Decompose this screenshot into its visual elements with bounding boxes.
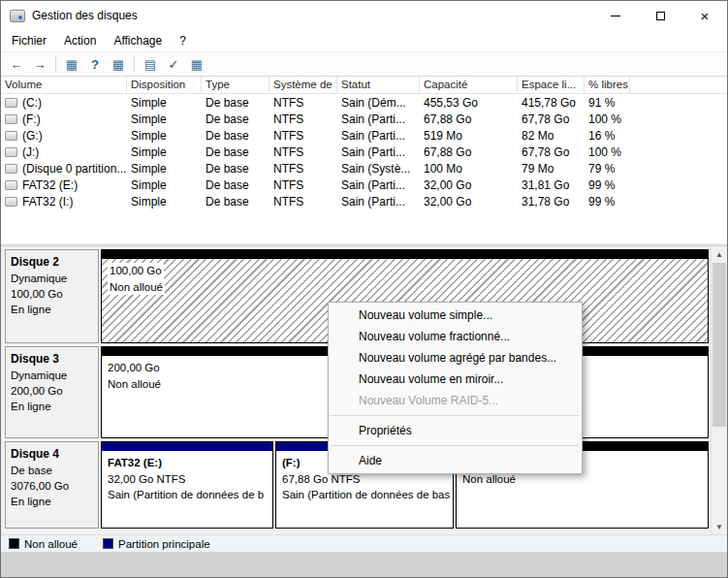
disk-type: Dynamique: [11, 271, 93, 286]
cell-capacite: 67,88 Go: [420, 145, 518, 159]
volume-list: Volume Disposition Type Système de ... S…: [1, 77, 727, 245]
cell-statut: Sain (Parti...: [337, 178, 420, 192]
maximize-icon: [656, 12, 665, 20]
cell-type: De base: [202, 178, 269, 192]
menu-item-aide[interactable]: Aide: [329, 450, 582, 471]
help-icon[interactable]: ?: [84, 54, 106, 74]
export-list-icon[interactable]: ▦: [108, 54, 129, 74]
cell-type: De base: [202, 162, 269, 176]
volume-row[interactable]: (C:) Simple De base NTFS Sain (Dém... 45…: [1, 94, 727, 111]
volume-row[interactable]: (J:) Simple De base NTFS Sain (Parti... …: [1, 144, 727, 160]
menu-item-nouveau-volume-simple[interactable]: Nouveau volume simple...: [329, 305, 582, 326]
menu-item-nouveau-volume-miroir[interactable]: Nouveau volume en miroir...: [329, 369, 582, 390]
disk-info-disque-2[interactable]: Disque 2 Dynamique 100,00 Go En ligne: [5, 249, 99, 343]
disk-status: En ligne: [11, 302, 93, 317]
toolbar: ← → ▦ ? ▦ ▤ ✓ ▦: [1, 51, 727, 77]
disk-status: En ligne: [11, 494, 93, 509]
toolbar-separator: [55, 56, 56, 72]
cell-filesystem: NTFS: [269, 96, 337, 110]
menu-action[interactable]: Action: [55, 31, 105, 50]
cell-filesystem: NTFS: [269, 112, 337, 126]
col-type[interactable]: Type: [202, 77, 269, 93]
disk-name: Disque 2: [11, 254, 93, 271]
toolbar-separator: [134, 56, 135, 72]
volume-name: (G:): [22, 129, 43, 143]
cell-capacite: 519 Mo: [420, 129, 518, 143]
cell-pct-libres: 91 %: [585, 96, 630, 110]
volume-row[interactable]: (G:) Simple De base NTFS Sain (Parti... …: [1, 127, 727, 144]
col-capacite[interactable]: Capacité: [420, 77, 518, 93]
partition-fat32-e[interactable]: FAT32 (E:) 32,00 Go NTFS Sain (Partition…: [101, 441, 273, 529]
menu-item-nouveau-volume-agrege-bandes[interactable]: Nouveau volume agrégé par bandes...: [329, 347, 582, 369]
col-espace-libre[interactable]: Espace li...: [518, 77, 585, 93]
volume-icon: [5, 180, 17, 190]
partition-status: Non alloué: [108, 279, 165, 296]
forward-icon[interactable]: →: [29, 54, 50, 74]
cell-disposition: Simple: [127, 129, 202, 143]
cell-type: De base: [202, 145, 269, 159]
cell-disposition: Simple: [127, 96, 202, 110]
partition-status: Sain (Partition de données de bas: [282, 487, 447, 503]
vertical-scrollbar[interactable]: ▲ ▼: [711, 246, 727, 534]
menu-affichage[interactable]: Affichage: [105, 31, 171, 50]
disk-size: 200,00 Go: [11, 383, 93, 399]
cell-pct-libres: 99 %: [585, 195, 630, 209]
disk-size: 100,00 Go: [11, 286, 93, 302]
menu-fichier[interactable]: Fichier: [3, 31, 55, 50]
maximize-button[interactable]: [638, 1, 682, 30]
col-disposition[interactable]: Disposition: [127, 77, 202, 93]
header-filler: [630, 77, 727, 93]
scrollbar-thumb[interactable]: [712, 263, 726, 427]
menu-item-nouveau-volume-raid5: Nouveau Volume RAID-5...: [329, 390, 582, 411]
volume-table-header: Volume Disposition Type Système de ... S…: [1, 77, 727, 94]
volume-name: (F:): [22, 112, 41, 126]
col-systeme[interactable]: Système de ...: [269, 77, 337, 93]
action-pane-icon[interactable]: ▤: [140, 54, 161, 74]
volume-name: (Disque 0 partition...: [22, 162, 126, 176]
cell-volume: (F:): [1, 112, 127, 126]
cell-filesystem: NTFS: [269, 162, 337, 176]
disk-type: Dynamique: [11, 368, 93, 383]
console-tree-icon[interactable]: ▦: [61, 54, 82, 74]
partition-label: FAT32 (E:): [108, 455, 267, 471]
menu-item-proprietes[interactable]: Propriétés: [329, 420, 582, 441]
col-statut[interactable]: Statut: [337, 77, 420, 93]
col-volume[interactable]: Volume: [1, 77, 127, 93]
list-view-icon[interactable]: ▦: [186, 54, 207, 74]
back-icon[interactable]: ←: [6, 54, 27, 74]
scroll-up-icon[interactable]: ▲: [712, 246, 727, 262]
cell-capacite: 67,88 Go: [420, 112, 518, 126]
disk-size: 3076,00 Go: [11, 478, 93, 494]
disk-info-disque-3[interactable]: Disque 3 Dynamique 200,00 Go En ligne: [5, 346, 99, 438]
col-pct-libres[interactable]: % libres: [585, 77, 630, 93]
volume-row[interactable]: FAT32 (I:) Simple De base NTFS Sain (Par…: [1, 193, 727, 209]
minimize-button[interactable]: [593, 1, 638, 30]
volume-name: FAT32 (E:): [22, 178, 78, 192]
volume-icon: [5, 114, 17, 124]
cell-type: De base: [202, 195, 269, 209]
context-menu: Nouveau volume simple... Nouveau volume …: [328, 302, 583, 474]
cell-disposition: Simple: [127, 178, 202, 192]
menu-item-nouveau-volume-fractionne[interactable]: Nouveau volume fractionné...: [329, 326, 582, 347]
volume-row[interactable]: (F:) Simple De base NTFS Sain (Parti... …: [1, 111, 727, 127]
volume-row[interactable]: (Disque 0 partition... Simple De base NT…: [1, 160, 727, 177]
disk-management-window: Gestion des disques × Fichier Action Aff…: [0, 0, 728, 578]
menubar: Fichier Action Affichage ?: [1, 30, 727, 51]
window-bottom-area: [1, 552, 727, 577]
legend-label: Non alloué: [24, 538, 78, 550]
cell-volume: FAT32 (E:): [1, 178, 127, 192]
menu-aide[interactable]: ?: [171, 31, 195, 50]
volume-row[interactable]: FAT32 (E:) Simple De base NTFS Sain (Par…: [1, 177, 727, 193]
scroll-down-icon[interactable]: ▼: [712, 519, 727, 534]
cell-espace-libre: 415,78 Go: [518, 96, 585, 110]
app-icon: [10, 10, 25, 22]
cell-capacite: 455,53 Go: [420, 96, 518, 110]
disk-type: De base: [11, 463, 93, 478]
disk-info-disque-4[interactable]: Disque 4 De base 3076,00 Go En ligne: [5, 441, 99, 529]
cell-statut: Sain (Systè...: [337, 162, 420, 176]
check-icon[interactable]: ✓: [163, 54, 184, 74]
partition-size: 32,00 Go NTFS: [108, 471, 267, 488]
close-button[interactable]: ×: [682, 1, 727, 30]
volume-name: (C:): [22, 96, 42, 110]
cell-disposition: Simple: [127, 145, 202, 159]
